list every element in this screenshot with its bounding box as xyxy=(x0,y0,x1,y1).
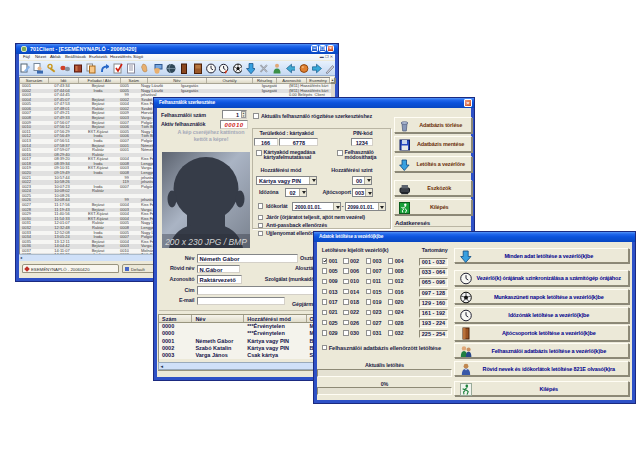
svg-text:200 x 230 JPG / BMP: 200 x 230 JPG / BMP xyxy=(164,237,247,247)
